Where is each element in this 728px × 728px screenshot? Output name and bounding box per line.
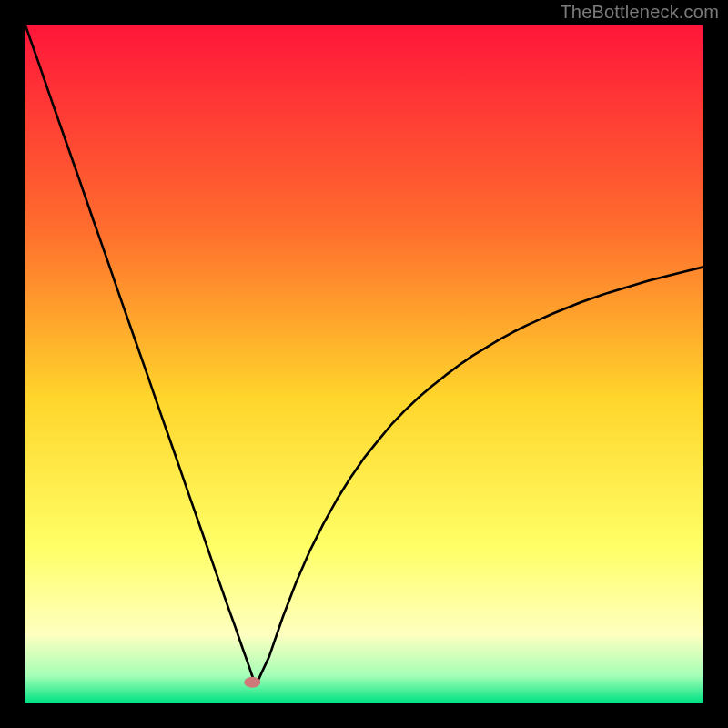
gradient-background: [25, 25, 703, 703]
optimal-point-marker: [244, 677, 260, 688]
watermark-text: TheBottleneck.com: [560, 2, 719, 23]
plot-area: [25, 25, 703, 703]
chart-svg: [25, 25, 703, 703]
chart-frame: TheBottleneck.com: [0, 0, 728, 728]
